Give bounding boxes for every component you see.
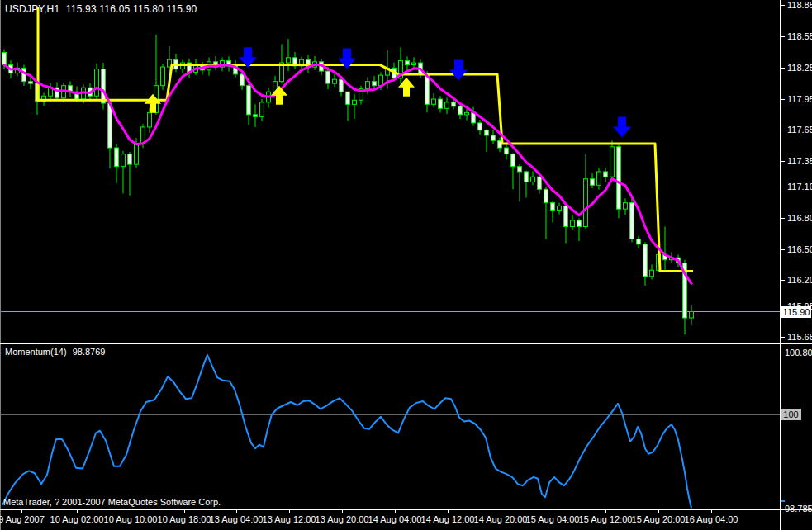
time-axis-tick — [448, 510, 449, 513]
price-axis-tick — [781, 161, 785, 162]
price-axis-label: 117.65 — [787, 125, 812, 135]
candle-body — [95, 69, 99, 97]
candle — [102, 63, 106, 110]
candle-body — [121, 154, 126, 167]
candle-body — [571, 220, 575, 227]
price-chart-canvas[interactable] — [0, 0, 781, 343]
time-axis-tick — [77, 510, 78, 513]
time-axis-label: 15 Aug 12:00 — [579, 514, 633, 525]
price-axis-tick — [781, 68, 785, 69]
momentum-value: 98.8769 — [73, 347, 106, 357]
candle — [439, 96, 443, 112]
candle — [690, 305, 694, 325]
time-axis-label: 14 Aug 12:00 — [421, 514, 475, 525]
candle-body — [485, 130, 489, 135]
candle-body — [518, 167, 522, 172]
candle — [174, 54, 178, 73]
candle — [373, 76, 377, 89]
candle — [69, 81, 73, 97]
momentum-axis-min-label: 98.7853 — [785, 504, 812, 514]
candle-body — [254, 115, 258, 117]
time-axis-label: 13 Aug 04:00 — [210, 514, 264, 525]
price-axis-label: 116.50 — [787, 244, 812, 255]
time-axis-tick — [184, 510, 185, 513]
candle-body — [538, 177, 542, 189]
price-axis-label: 115.65 — [787, 332, 812, 343]
candle-body — [115, 148, 119, 167]
sell-signal-arrow-down-icon — [449, 59, 468, 80]
momentum-line — [2, 355, 691, 509]
candle-body — [439, 99, 443, 108]
time-axis-border — [0, 509, 812, 510]
candle-body — [148, 112, 152, 127]
candle — [511, 153, 515, 189]
price-axis-label: 116.80 — [787, 213, 812, 224]
price-axis-label: 116.20 — [787, 275, 812, 286]
candle-body — [29, 82, 33, 84]
candle — [624, 198, 628, 215]
candle-body — [102, 69, 106, 103]
price-axis-tick — [781, 280, 785, 281]
candle-body — [247, 86, 251, 115]
candle — [597, 168, 601, 189]
candle-body — [260, 102, 264, 117]
candle — [591, 173, 595, 188]
time-axis-label: 15 Aug 04:00 — [526, 514, 580, 525]
candle — [115, 144, 119, 183]
candle — [630, 197, 634, 243]
candle — [551, 201, 555, 222]
candle-body — [108, 103, 112, 148]
time-axis-tick — [553, 510, 553, 513]
candle — [346, 92, 350, 121]
sell-signal-arrow-down-icon — [613, 116, 631, 137]
candle — [121, 151, 126, 193]
candle — [518, 164, 522, 201]
candle — [478, 120, 482, 135]
candle — [604, 168, 608, 182]
price-axis-tick — [781, 337, 785, 338]
chart-ohlc-values: 115.93 116.05 115.80 115.90 — [66, 3, 197, 15]
candle — [247, 83, 251, 125]
time-axis-tick — [342, 510, 343, 513]
candle-body — [564, 206, 568, 226]
time-axis-label: 14 Aug 20:00 — [474, 514, 528, 525]
candle-body — [591, 179, 595, 186]
chart-window: USDJPY,H1 115.93 116.05 115.80 115.90 Mo… — [0, 0, 812, 530]
momentum-indicator-canvas[interactable] — [0, 344, 781, 510]
price-axis-label: 118.25 — [787, 63, 812, 73]
candle-body — [458, 106, 463, 115]
time-axis-tick — [501, 510, 501, 513]
candle-body — [240, 74, 245, 86]
candle — [399, 47, 403, 83]
candle — [29, 77, 33, 89]
candle-body — [650, 270, 654, 277]
candle-body — [340, 79, 344, 92]
time-axis-label: 15 Aug 20:00 — [632, 514, 686, 525]
candle-body — [690, 312, 694, 319]
candle-body — [432, 99, 436, 104]
candle — [254, 104, 258, 127]
price-axis-tick — [781, 187, 785, 187]
window-left-border — [0, 0, 1, 530]
candle-body — [505, 148, 509, 154]
time-axis-label: 9 Aug 2007 — [0, 514, 45, 525]
candle — [214, 56, 218, 70]
candle-body — [452, 102, 456, 106]
candle — [663, 227, 667, 271]
time-axis-tick — [658, 510, 659, 513]
time-axis-tick — [21, 510, 22, 513]
candle-body — [604, 172, 608, 177]
candle-body — [558, 206, 562, 210]
candle — [313, 56, 317, 70]
candle-body — [412, 63, 416, 65]
candle — [432, 93, 436, 107]
candle — [412, 57, 416, 68]
price-axis-label: 117.10 — [787, 182, 812, 192]
price-axis-tick — [781, 130, 785, 130]
candle — [491, 130, 496, 144]
time-axis-label: 16 Aug 04:00 — [685, 514, 738, 525]
candle — [359, 86, 363, 105]
price-axis-border — [780, 0, 781, 530]
chart-symbol-period: USDJPY,H1 — [5, 3, 59, 15]
candle — [525, 171, 529, 198]
